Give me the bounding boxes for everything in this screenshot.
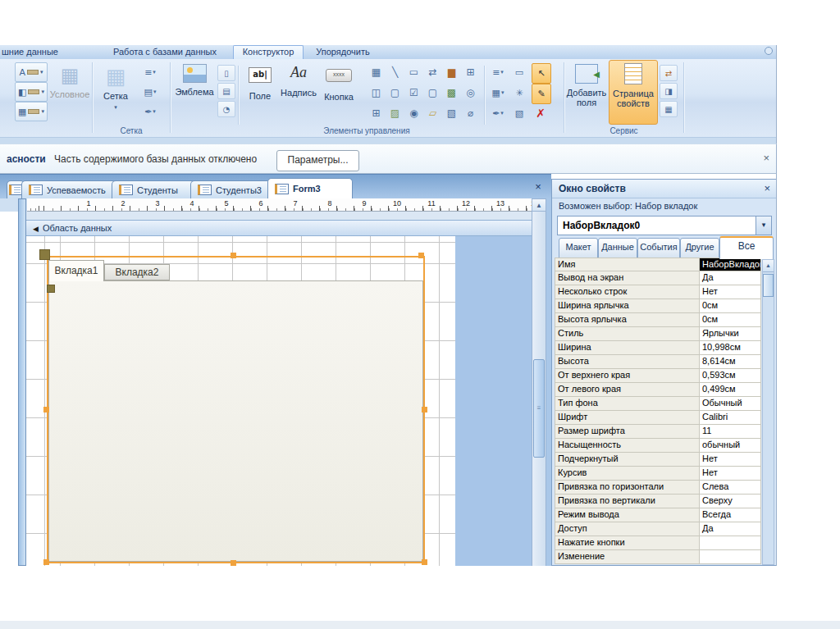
document-tab-studenty3[interactable]: Студенты3 — [190, 180, 279, 198]
document-close-icon[interactable]: × — [532, 180, 545, 195]
property-value[interactable]: 0,499см — [700, 383, 761, 397]
property-label[interactable]: Доступ — [555, 522, 700, 536]
combo-box-icon[interactable]: ◫ — [368, 84, 385, 101]
scroll-up-button[interactable]: ▲ — [532, 198, 546, 212]
tab-page-2[interactable]: Вкладка2 — [104, 264, 170, 280]
control-wizards-button[interactable]: ✳ — [510, 84, 528, 101]
property-label[interactable]: Насыщенность — [555, 439, 700, 453]
image-icon[interactable]: ▨ — [386, 105, 404, 121]
props-tab-events[interactable]: События — [637, 238, 680, 258]
property-label[interactable]: Привязка по вертикали — [555, 495, 700, 508]
rectangle-icon[interactable]: ▢ — [386, 84, 404, 101]
unbound-object-icon[interactable]: ▧ — [443, 105, 460, 121]
detail-section-bar[interactable]: ◀Область данных — [26, 220, 532, 236]
scrollbar-thumb[interactable] — [763, 274, 774, 297]
special-effect-button[interactable]: ✒▾ — [487, 105, 509, 121]
document-tab-studenty[interactable]: Студенты — [112, 180, 202, 198]
tab-control[interactable]: Вкладка1 Вкладка2 — [47, 256, 425, 563]
grid-width-button[interactable]: ≡▾ — [139, 64, 161, 80]
property-sheet-close-icon[interactable]: × — [764, 182, 770, 194]
property-value[interactable]: Сверху — [700, 495, 761, 508]
property-label[interactable]: Размер шрифта — [555, 425, 700, 439]
line-type-button[interactable]: ▦▾ — [487, 84, 509, 101]
property-value[interactable]: 0см — [700, 299, 761, 313]
check-box-icon[interactable]: ☑ — [405, 84, 422, 101]
props-tab-all[interactable]: Все — [719, 236, 774, 259]
property-label[interactable]: Нажатие кнопки — [555, 536, 700, 550]
resize-handle-right[interactable] — [422, 407, 427, 412]
combobox-dropdown-icon[interactable]: ▾ — [756, 217, 771, 235]
property-label[interactable]: Ширина ярлычка — [555, 299, 700, 313]
bound-frame-icon[interactable]: ▩ — [443, 84, 460, 101]
property-label[interactable]: Изменение — [555, 550, 700, 564]
property-value[interactable]: 10,998см — [700, 341, 761, 355]
resize-handle-top[interactable] — [231, 253, 236, 258]
property-value[interactable]: Нет — [700, 467, 761, 481]
ribbon-tab-arrange[interactable]: Упорядочить — [307, 46, 379, 59]
property-sheet-button[interactable]: Страница свойств — [609, 60, 658, 125]
scrollbar-thumb[interactable]: ≡ — [533, 359, 545, 458]
property-label[interactable]: Вывод на экран — [555, 271, 700, 285]
property-value[interactable]: Calibri — [700, 411, 761, 425]
property-label[interactable]: Несколько строк — [555, 285, 700, 299]
tab-control-body[interactable] — [48, 280, 423, 562]
ribbon-minimize-icon[interactable] — [765, 47, 773, 55]
property-label[interactable]: Шрифт — [555, 411, 700, 425]
page-numbers-button[interactable]: ▤ — [217, 83, 235, 99]
property-value[interactable]: Ярлычки — [700, 327, 761, 341]
date-time-button[interactable]: ◔ — [217, 101, 235, 117]
resize-handle-bottom[interactable] — [231, 560, 236, 566]
command-button[interactable]: xxxx Кнопка — [320, 61, 358, 122]
move-handle[interactable] — [39, 249, 50, 260]
ribbon-tab-design[interactable]: Конструктор — [233, 45, 304, 59]
subform-in-window-button[interactable]: ◨ — [660, 83, 678, 99]
list-box-icon[interactable]: ⊞ — [368, 105, 385, 121]
document-tab-uspevaemost[interactable]: Успеваемость — [21, 180, 123, 198]
font-color-button[interactable]: A▾ — [15, 62, 48, 82]
use-wizards-button[interactable]: ✎ — [532, 84, 551, 104]
select-all-button[interactable]: ▧ — [510, 105, 528, 121]
document-tab-form3[interactable]: Form3 — [267, 178, 353, 198]
property-label[interactable]: От левого края — [555, 383, 700, 397]
resize-handle-top-right[interactable] — [418, 253, 424, 258]
property-value[interactable]: Да — [700, 271, 761, 285]
property-value[interactable]: Всегда — [700, 508, 761, 522]
line-icon[interactable]: ╲ — [386, 64, 404, 80]
label-button[interactable]: Aa Надпись — [279, 61, 318, 122]
property-label[interactable]: Стиль — [555, 327, 700, 341]
page-break-icon[interactable]: ⇄ — [424, 64, 441, 80]
resize-handle-left[interactable] — [43, 407, 49, 412]
property-label[interactable]: Высота ярлычка — [555, 313, 700, 327]
line-color-button[interactable]: ▭ — [510, 64, 528, 80]
property-value[interactable] — [700, 536, 761, 550]
grid-color-button[interactable]: ✒▾ — [139, 103, 161, 120]
property-label[interactable]: Режим вывода — [555, 508, 700, 522]
cancel-button[interactable]: ✗ — [532, 105, 550, 121]
property-value[interactable]: 0см — [700, 313, 761, 327]
property-value[interactable]: Нет — [700, 285, 761, 299]
props-tab-data[interactable]: Данные — [598, 238, 637, 258]
page-handle[interactable] — [47, 285, 55, 293]
property-value[interactable]: Слева — [700, 481, 761, 495]
property-label[interactable]: Тип фона — [555, 397, 700, 411]
unbound-frame-icon[interactable]: ▭ — [405, 64, 422, 80]
option-group-icon[interactable]: ▢ — [424, 84, 441, 101]
properties-scrollbar[interactable]: ▲ — [762, 259, 774, 565]
logo-button[interactable]: Эмблема — [173, 61, 216, 122]
subform-icon[interactable]: ⊞ — [462, 64, 479, 80]
options-button[interactable]: Параметры... — [276, 150, 359, 171]
props-tab-layout[interactable]: Макет — [559, 238, 598, 258]
property-label[interactable]: Имя — [555, 258, 700, 271]
property-value[interactable]: Да — [700, 522, 761, 536]
hyperlink-icon[interactable]: ◎ — [462, 84, 479, 101]
grid-style-button[interactable]: ▤▾ — [139, 84, 161, 100]
property-label[interactable]: От верхнего края — [555, 369, 700, 383]
property-label[interactable]: Ширина — [555, 341, 700, 355]
chart-icon[interactable]: ▆ — [443, 64, 460, 80]
select-tool-button[interactable]: ↖ — [532, 63, 551, 84]
ribbon-tab-external-data[interactable]: шние данные — [0, 46, 94, 59]
gridlines-button[interactable]: ▦ Сетка ▾ — [96, 61, 135, 122]
text-box-button[interactable]: ab| Поле — [243, 61, 277, 122]
ribbon-tab-database-tools[interactable]: Работа с базами данных — [100, 46, 230, 59]
tab-order-button[interactable]: ⇄ — [660, 65, 678, 81]
